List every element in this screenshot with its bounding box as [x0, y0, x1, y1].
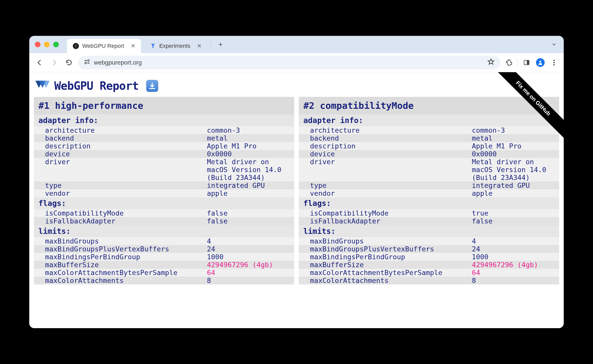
browser-tab[interactable]: Experiments ✕	[144, 39, 207, 53]
row-value: Apple M1 Pro	[207, 142, 294, 150]
data-row: architecturecommon-3	[34, 126, 294, 134]
minimize-window-button[interactable]	[44, 42, 50, 47]
row-key: maxBindGroupsPlusVertexBuffers	[299, 245, 472, 253]
data-row: maxColorAttachments8	[299, 277, 559, 284]
section-header: flags:	[299, 197, 559, 209]
data-row: vendorapple	[299, 189, 559, 197]
back-button[interactable]	[34, 57, 45, 68]
data-row: isFallbackAdapterfalse	[299, 217, 559, 225]
row-value: 4294967296 (4gb)	[207, 261, 294, 269]
menu-icon[interactable]	[549, 57, 559, 68]
address-bar[interactable]: webgpureport.org	[78, 56, 500, 69]
svg-point-5	[85, 62, 87, 64]
row-key: isFallbackAdapter	[34, 217, 207, 225]
close-tab-icon[interactable]: ✕	[131, 43, 135, 49]
tab-dropdown-icon[interactable]	[549, 39, 559, 50]
section-header: adapter info:	[34, 114, 294, 126]
row-key: isFallbackAdapter	[299, 217, 472, 225]
sidepanel-icon[interactable]	[521, 57, 532, 68]
close-tab-icon[interactable]: ✕	[197, 43, 202, 49]
url-text: webgpureport.org	[94, 59, 484, 66]
row-value: 0x0000	[207, 150, 294, 158]
row-key: maxBindGroupsPlusVertexBuffers	[34, 245, 207, 253]
data-row: typeintegrated GPU	[299, 181, 559, 189]
row-value: 24	[207, 245, 294, 253]
svg-point-10	[553, 62, 555, 63]
download-button[interactable]	[146, 80, 158, 92]
data-row: isFallbackAdapterfalse	[34, 217, 294, 225]
row-value: true	[472, 209, 559, 217]
row-value: 4	[207, 237, 294, 245]
row-key: driver	[299, 158, 472, 181]
row-value: Metal driver on macOS Version 14.0 (Buil…	[207, 158, 294, 181]
browser-window: i WebGPU Report ✕ Experiments ✕ | +	[29, 36, 564, 328]
svg-rect-4	[87, 63, 90, 63]
data-row: architecturecommon-3	[299, 126, 559, 134]
row-key: maxBindGroups	[34, 237, 207, 245]
data-row: maxColorAttachmentBytesPerSample64	[299, 269, 559, 277]
favicon-icon: i	[73, 43, 79, 49]
row-key: maxBindGroups	[299, 237, 472, 245]
profile-avatar[interactable]	[535, 57, 545, 68]
row-key: maxColorAttachmentBytesPerSample	[299, 269, 472, 277]
site-settings-icon[interactable]	[84, 58, 90, 67]
row-value: common-3	[472, 126, 559, 134]
section-header: adapter info:	[299, 114, 559, 126]
row-key: type	[34, 181, 207, 189]
row-value: 4294967296 (4gb)	[472, 261, 559, 269]
data-row: maxBufferSize4294967296 (4gb)	[299, 261, 559, 269]
bookmark-star-icon[interactable]	[487, 58, 495, 67]
svg-point-9	[553, 60, 555, 61]
adapter-columns: #1 high-performanceadapter info:architec…	[29, 97, 564, 284]
data-row: device0x0000	[34, 150, 294, 158]
row-key: device	[299, 150, 472, 158]
forward-button[interactable]	[49, 57, 60, 68]
row-key: isCompatibilityMode	[299, 209, 472, 217]
close-window-button[interactable]	[35, 42, 40, 47]
data-row: maxBufferSize4294967296 (4gb)	[34, 261, 294, 269]
row-key: maxBindingsPerBindGroup	[299, 253, 472, 261]
section-header: limits:	[34, 225, 294, 237]
row-key: device	[34, 150, 207, 158]
row-value: false	[207, 217, 294, 225]
adapter-column: #1 high-performanceadapter info:architec…	[34, 97, 294, 284]
favicon-icon	[150, 43, 156, 49]
adapter-header: #2 compatibilityMode	[299, 97, 559, 114]
row-key: maxBufferSize	[299, 261, 472, 269]
data-row: maxBindGroupsPlusVertexBuffers24	[299, 245, 559, 253]
row-value: false	[207, 209, 294, 217]
browser-tab-active[interactable]: i WebGPU Report ✕	[67, 39, 141, 53]
page-title: WebGPU Report	[54, 79, 138, 92]
row-key: maxBindingsPerBindGroup	[34, 253, 207, 261]
row-key: vendor	[299, 189, 472, 197]
extensions-icon[interactable]	[504, 57, 514, 68]
data-row: maxBindGroups4	[34, 237, 294, 245]
reload-button[interactable]	[63, 57, 75, 68]
data-row: isCompatibilityModefalse	[34, 209, 294, 217]
svg-rect-2	[84, 60, 87, 61]
row-value: integrated GPU	[207, 181, 294, 189]
row-value: 24	[472, 245, 559, 253]
data-row: maxBindGroups4	[299, 237, 559, 245]
row-key: description	[34, 142, 207, 150]
row-value: Apple M1 Pro	[472, 142, 559, 150]
row-value: 0x0000	[472, 150, 559, 158]
row-value: apple	[472, 189, 559, 197]
row-value: metal	[472, 134, 559, 142]
svg-point-11	[553, 64, 555, 65]
row-key: isCompatibilityMode	[34, 209, 207, 217]
svg-text:i: i	[75, 43, 76, 48]
row-key: architecture	[299, 126, 472, 134]
row-value: 4	[472, 237, 559, 245]
tab-title: Experiments	[159, 43, 190, 49]
section-header: flags:	[34, 197, 294, 209]
data-row: maxColorAttachments8	[34, 277, 294, 284]
tab-title: WebGPU Report	[82, 43, 124, 49]
row-value: 1000	[207, 253, 294, 261]
maximize-window-button[interactable]	[53, 42, 59, 47]
new-tab-button[interactable]: +	[215, 39, 226, 50]
row-key: maxBufferSize	[34, 261, 207, 269]
webgpu-logo-icon	[35, 80, 50, 92]
data-row: backendmetal	[34, 134, 294, 142]
row-key: backend	[299, 134, 472, 142]
